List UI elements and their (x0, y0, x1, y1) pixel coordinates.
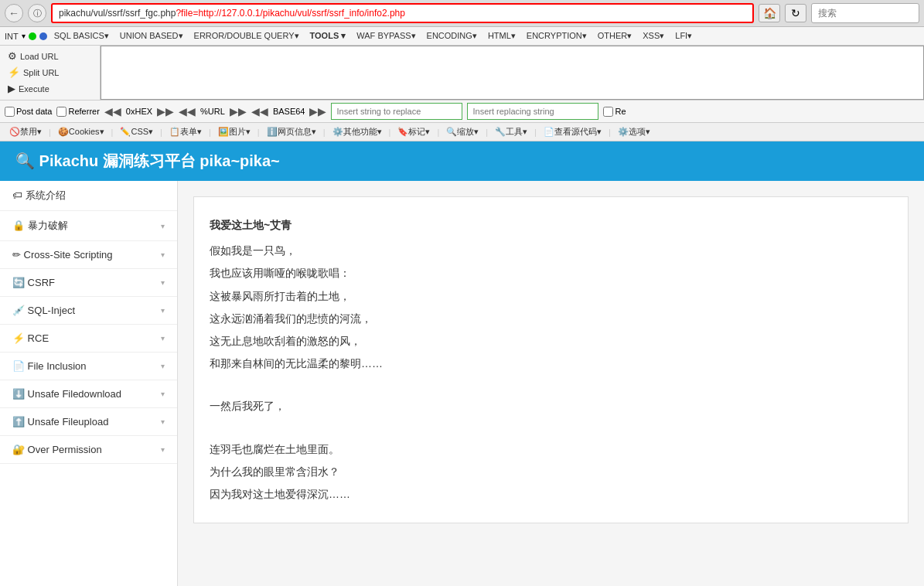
load-url-icon: ⚙ (8, 50, 17, 62)
re-checkbox-label[interactable]: Re (603, 107, 626, 117)
chevron-down-icon: ▾ (161, 250, 165, 259)
sidebar-item-intro[interactable]: 🏷 系统介绍 (0, 181, 177, 211)
sidebar-item-xss[interactable]: ✏ Cross-Site Scripting ▾ (0, 241, 177, 269)
ext-page-info[interactable]: ℹ️网页信息▾ (262, 124, 321, 139)
sidebar-csrf-label: 🔄 CSRF (12, 277, 55, 288)
content-area: 我爱这土地~艾青 假如我是一只鸟， 我也应该用嘶哑的喉咙歌唱： 这被暴风雨所打击… (178, 181, 924, 586)
hackbar-url-textarea[interactable] (101, 46, 924, 100)
chevron-down-icon: ▾ (161, 306, 165, 315)
app-title: 🔍 Pikachu 漏洞练习平台 pika~pika~ (15, 151, 280, 172)
hackbar-encoding[interactable]: ENCODING▾ (423, 29, 481, 43)
execute-label: Execute (19, 84, 49, 94)
hackbar-waf-bypass[interactable]: WAF BYPASS▾ (353, 29, 419, 43)
sidebar-filedownload-label: ⬇️ Unsafe Filedownload (12, 388, 121, 400)
sidebar-item-overpermission[interactable]: 🔐 Over Permission ▾ (0, 436, 177, 464)
sidebar-rce-label: ⚡ RCE (12, 332, 49, 344)
poem-line-1: 假如我是一只鸟， (210, 241, 892, 261)
main-content: 🏷 系统介绍 🔒 暴力破解 ▾ ✏ Cross-Site Scripting ▾… (0, 181, 924, 586)
info-button[interactable]: ⓘ (28, 4, 46, 22)
execute-button[interactable]: ▶ Execute (5, 81, 95, 96)
ext-zoom[interactable]: 🔍缩放▾ (442, 124, 483, 139)
hackbar-other[interactable]: OTHER▾ (594, 29, 636, 43)
arrow-left-3: ◀◀ (251, 105, 268, 118)
insert-replacing-input[interactable] (467, 103, 598, 120)
sidebar-fileinclusion-label: 📄 File Inclusion (12, 360, 86, 372)
post-data-checkbox[interactable] (5, 107, 15, 117)
post-data-checkbox-label[interactable]: Post data (5, 107, 52, 117)
poem-title: 我爱这土地~艾青 (210, 216, 892, 235)
sidebar-item-fileupload[interactable]: ⬆️ Unsafe Fileupload ▾ (0, 408, 177, 436)
ext-other-features[interactable]: ⚙️其他功能▾ (328, 124, 387, 139)
ext-images[interactable]: 🖼️图片▾ (213, 124, 255, 139)
poem-line-9: 为什么我的眼里常含泪水？ (210, 462, 892, 482)
chevron-down-icon: ▾ (161, 334, 165, 342)
hackbar-encryption[interactable]: ENCRYPTION▾ (523, 29, 591, 43)
0xhex-label: 0xHEX (126, 107, 152, 116)
base64-label: BASE64 (273, 107, 305, 116)
url-bar[interactable]: pikachu/vul/ssrf/ssrf_fgc.php ?file=http… (51, 3, 754, 23)
re-label: Re (615, 107, 626, 116)
poem-line-10: 因为我对这土地爱得深沉…… (210, 485, 892, 504)
nav-bar: ← ⓘ pikachu/vul/ssrf/ssrf_fgc.php ?file=… (0, 0, 924, 27)
sidebar-item-bruteforce[interactable]: 🔒 暴力破解 ▾ (0, 211, 177, 241)
poem-line-8: 连羽毛也腐烂在土地里面。 (210, 440, 892, 459)
load-url-button[interactable]: ⚙ Load URL (5, 49, 95, 63)
hackbar-tools[interactable]: TOOLS ▾ (306, 29, 350, 43)
hackbar-menu-row: INT ▾ SQL BASICS▾ UNION BASED▾ ERROR/DOU… (0, 27, 924, 46)
hackbar-xss[interactable]: XSS▾ (639, 29, 668, 43)
ext-view-source[interactable]: 📄查看源代码▾ (539, 124, 606, 139)
poem-line-3: 这被暴风雨所打击着的土地， (210, 287, 892, 306)
sidebar-bruteforce-label: 🔒 暴力破解 (12, 219, 68, 233)
hackbar-int-label: INT (5, 32, 19, 41)
hackbar-dot-blue (39, 32, 47, 40)
execute-icon: ▶ (8, 83, 15, 94)
poem-line-2: 我也应该用嘶哑的喉咙歌唱： (210, 264, 892, 283)
ext-options[interactable]: ⚙️选项▾ (613, 124, 655, 139)
home-button[interactable]: 🏠 (759, 4, 780, 22)
sidebar-item-csrf[interactable]: 🔄 CSRF ▾ (0, 269, 177, 297)
insert-string-input[interactable] (331, 103, 462, 120)
sidebar-overpermission-label: 🔐 Over Permission (12, 444, 102, 455)
poem-line-7: 一然后我死了， (210, 397, 892, 416)
chevron-down-icon: ▾ (161, 362, 165, 370)
hackbar-lfi[interactable]: LFI▾ (671, 29, 696, 43)
ext-disable[interactable]: 🚫禁用▾ (5, 124, 46, 139)
sidebar-item-sqlinject[interactable]: 💉 SQL-Inject ▾ (0, 297, 177, 325)
back-button[interactable]: ← (5, 4, 23, 22)
search-input[interactable] (811, 3, 919, 23)
hackbar-left-panel: ⚙ Load URL ⚡ Split URL ▶ Execute (0, 46, 101, 100)
sidebar-fileupload-label: ⬆️ Unsafe Fileupload (12, 416, 108, 428)
chevron-down-icon: ▾ (161, 390, 165, 398)
hackbar-options-row: Post data Referrer ◀◀ 0xHEX ▶▶ ◀◀ %URL ▶… (0, 101, 924, 123)
referrer-label: Referrer (68, 107, 99, 116)
chevron-down-icon: ▾ (161, 278, 165, 287)
hackbar-html[interactable]: HTML▾ (484, 29, 520, 43)
hackbar-sql-basics[interactable]: SQL BASICS▾ (50, 29, 113, 43)
percenturl-label: %URL (200, 107, 225, 116)
sidebar-item-fileinclusion[interactable]: 📄 File Inclusion ▾ (0, 353, 177, 380)
hackbar-union-based[interactable]: UNION BASED▾ (116, 29, 187, 43)
split-url-button[interactable]: ⚡ Split URL (5, 65, 95, 80)
poem-line-6: 和那来自林间的无比温柔的黎明…… (210, 354, 892, 373)
refresh-button[interactable]: ↻ (785, 4, 806, 22)
sidebar-item-filedownload[interactable]: ⬇️ Unsafe Filedownload ▾ (0, 380, 177, 408)
sidebar: 🏷 系统介绍 🔒 暴力破解 ▾ ✏ Cross-Site Scripting ▾… (0, 181, 178, 586)
chevron-down-icon: ▾ (161, 222, 165, 230)
poem-box: 我爱这土地~艾青 假如我是一只鸟， 我也应该用嘶哑的喉咙歌唱： 这被暴风雨所打击… (193, 196, 909, 523)
ext-mark[interactable]: 🔖标记▾ (393, 124, 435, 139)
hackbar-int-dropdown: ▾ (22, 32, 26, 40)
referrer-checkbox[interactable] (56, 107, 66, 117)
arrow-right-1: ▶▶ (157, 105, 174, 118)
referrer-checkbox-label[interactable]: Referrer (56, 107, 99, 117)
hackbar-dot-green (29, 32, 36, 40)
app-header: 🔍 Pikachu 漏洞练习平台 pika~pika~ (0, 141, 924, 181)
re-checkbox[interactable] (603, 107, 613, 117)
sidebar-item-rce[interactable]: ⚡ RCE ▾ (0, 325, 177, 353)
hackbar-error-double[interactable]: ERROR/DOUBLE QUERY▾ (190, 29, 303, 43)
ext-css[interactable]: ✏️CSS▾ (115, 125, 158, 138)
ext-forms[interactable]: 📋表单▾ (165, 124, 206, 139)
arrow-left-1: ◀◀ (104, 105, 121, 118)
ext-cookies[interactable]: 🍪Cookies▾ (53, 125, 109, 138)
ext-tools[interactable]: 🔧工具▾ (490, 124, 532, 139)
post-data-label: Post data (16, 107, 52, 116)
